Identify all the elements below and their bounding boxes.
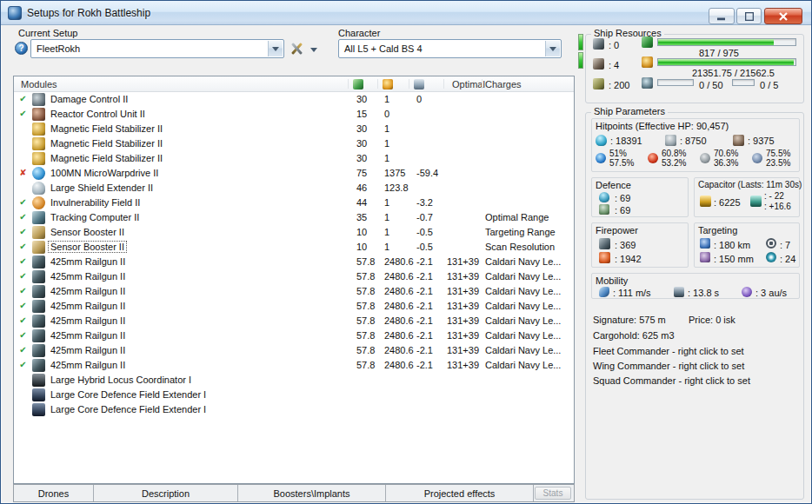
module-offline-x-icon: ✘ (17, 168, 29, 177)
stats-button[interactable]: Stats (535, 487, 571, 500)
module-active-check-icon: ✔ (17, 94, 29, 103)
module-row[interactable]: ✔425mm Railgun II57.82480.6-2.1131+39Cal… (14, 358, 574, 373)
defence-box: Defence : 69 : 69 (591, 177, 689, 217)
module-name: 425mm Railgun II (49, 301, 127, 311)
module-cpu-value: 57.8 (356, 286, 375, 296)
wing-commander-text[interactable]: Wing Commander - right click to set (593, 361, 744, 371)
module-row[interactable]: ✔425mm Railgun II57.82480.6-2.1131+39Cal… (14, 343, 574, 358)
structure-hp-icon (733, 135, 744, 146)
modules-column-header[interactable]: Modules (21, 79, 57, 90)
module-powergrid-value: 1 (384, 94, 389, 104)
tools-icon-button[interactable] (289, 41, 304, 56)
module-name: Large Hybrid Locus Coordinator I (49, 375, 193, 385)
targeting-range-icon (700, 238, 710, 249)
module-row[interactable]: ✔425mm Railgun II57.82480.6-2.1131+39Cal… (14, 255, 574, 269)
capacitor-drain-value: : - 22 (764, 191, 784, 201)
optimal-column-header[interactable]: Optimal (452, 79, 485, 90)
warp-speed-value: : 3 au/s (755, 288, 787, 298)
tools-dropdown-arrow[interactable] (308, 43, 320, 55)
module-name: 425mm Railgun II (49, 330, 127, 341)
tab-projected-effects[interactable]: Projected effects (386, 485, 534, 501)
module-row[interactable]: ✔425mm Railgun II57.82480.6-2.1131+39Cal… (14, 314, 574, 328)
defence-label: Defence (596, 180, 631, 190)
module-charge-value: Scan Resolution (485, 242, 555, 252)
setup-combobox[interactable]: FleetRokh (30, 39, 284, 58)
capacitor-column-icon[interactable] (414, 79, 424, 90)
targeting-box: Targeting : 180 km : 7 : 150 mm : 24 (694, 222, 800, 268)
tab-boosters-implants[interactable]: Boosters\Implants (238, 485, 386, 501)
column-separator (377, 79, 378, 89)
ship-resources-group: Ship Resources : 0 : 4 : 200 817 / 975 2… (585, 34, 804, 103)
charges-column-header[interactable]: Charges (485, 79, 522, 90)
module-powergrid-value: 1375 (384, 168, 405, 178)
character-combobox-dropdown-button[interactable] (545, 41, 560, 56)
module-optimal-value: 131+39 (447, 360, 479, 370)
squad-commander-text[interactable]: Squad Commander - right click to set (593, 375, 750, 386)
module-active-check-icon: ✔ (17, 301, 29, 310)
module-row[interactable]: ✔Tracking Computer II351-0.7Optimal Rang… (14, 210, 574, 225)
setup-combobox-value: FleetRokh (37, 43, 80, 54)
drone-bay-value: 0 / 50 (699, 80, 723, 90)
module-cpu-value: 57.8 (356, 256, 375, 267)
module-row[interactable]: ✔425mm Railgun II57.82480.6-2.1131+39Cal… (14, 299, 574, 314)
module-row[interactable]: ✔Invulnerability Field II441-3.2 (14, 196, 574, 210)
modules-table-header[interactable]: Modules Optimal Charges (14, 76, 574, 92)
em-resist-icon (596, 153, 606, 163)
mag-stab-icon (32, 137, 45, 150)
shield-extender-icon (32, 182, 45, 195)
chevron-down-icon (549, 47, 556, 51)
module-row[interactable]: ✔Sensor Booster II101-0.5Scan Resolution (14, 240, 574, 255)
fleet-commander-text[interactable]: Fleet Commander - right click to set (593, 346, 744, 356)
firepower-label: Firepower (596, 225, 638, 235)
dps-icon (599, 252, 610, 263)
launcher-hardpoints-icon (593, 58, 604, 70)
module-row[interactable]: ✔Reactor Control Unit II150 (14, 107, 574, 122)
setup-combobox-dropdown-button[interactable] (268, 41, 283, 56)
targeting-label: Targeting (698, 225, 737, 235)
module-cap-value: -0.5 (416, 227, 433, 237)
railgun-icon (32, 315, 45, 328)
ship-resources-title: Ship Resources (591, 28, 664, 38)
minimize-button[interactable] (709, 8, 735, 24)
close-button[interactable] (764, 8, 802, 24)
module-row[interactable]: Magnetic Field Stabilizer II301 (14, 122, 574, 136)
module-row[interactable]: Large Hybrid Locus Coordinator I (14, 373, 574, 388)
help-icon[interactable]: ? (15, 42, 28, 55)
module-row[interactable]: Magnetic Field Stabilizer II301 (14, 136, 574, 151)
cpu-column-icon[interactable] (353, 79, 363, 90)
module-cap-value: -0.5 (416, 242, 433, 252)
maximize-button[interactable] (736, 8, 762, 24)
module-cpu-value: 15 (356, 109, 367, 119)
module-name: Reactor Control Unit II (49, 109, 147, 119)
capacitor-amount-icon (700, 196, 711, 207)
module-name: Large Core Defence Field Extender I (49, 404, 208, 414)
tab-description[interactable]: Description (94, 485, 238, 501)
module-active-check-icon: ✔ (17, 360, 29, 369)
resist-cell: 51%57.5% (596, 149, 648, 171)
module-row[interactable]: ✔425mm Railgun II57.82480.6-2.1131+39Cal… (14, 284, 574, 299)
module-row[interactable]: Large Core Defence Field Extender I (14, 402, 574, 417)
module-row[interactable]: ✔Damage Control II3010 (14, 92, 574, 107)
module-row[interactable]: Large Core Defence Field Extender I (14, 388, 574, 402)
align-time-icon (674, 287, 684, 297)
module-row[interactable]: ✔425mm Railgun II57.82480.6-2.1131+39Cal… (14, 328, 574, 343)
calibration-icon (593, 78, 604, 90)
module-optimal-value: 131+39 (447, 330, 479, 341)
module-row[interactable]: ✘100MN MicroWarpdrive II751375-59.4 (14, 166, 574, 181)
module-row[interactable]: ✔Sensor Booster II101-0.5Targeting Range (14, 225, 574, 240)
module-optimal-value: 131+39 (447, 286, 479, 296)
module-row[interactable]: Magnetic Field Stabilizer II301 (14, 151, 574, 166)
module-cpu-value: 46 (356, 182, 367, 193)
character-combobox[interactable]: All L5 + Cald BS 4 (338, 39, 562, 58)
module-row[interactable]: ✔425mm Railgun II57.82480.6-2.1131+39Cal… (14, 269, 574, 284)
shield-hp-icon (596, 135, 607, 146)
module-name: Tracking Computer II (49, 212, 141, 222)
chevron-down-icon (310, 48, 317, 52)
armor-resist-value: 23.5% (766, 158, 790, 168)
tab-drones[interactable]: Drones (14, 485, 94, 501)
module-name: 425mm Railgun II (49, 271, 127, 282)
module-powergrid-value: 1 (384, 153, 389, 163)
module-row[interactable]: Large Shield Extender II46123.8 (14, 181, 574, 196)
powergrid-column-icon[interactable] (383, 79, 393, 90)
titlebar[interactable]: Setups for Rokh Battleship (1, 1, 811, 25)
